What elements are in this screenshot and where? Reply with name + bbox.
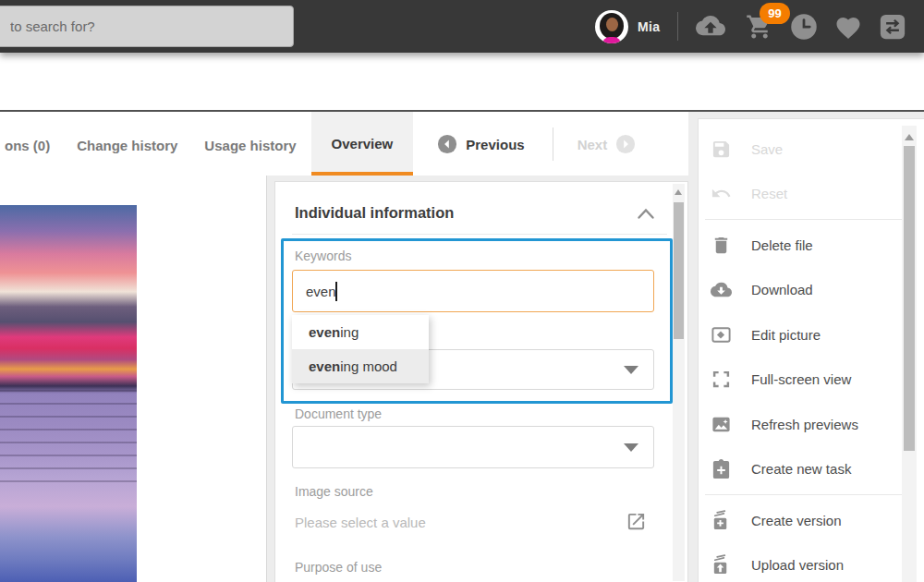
sidebar-scrollbar-thumb[interactable] bbox=[904, 146, 915, 451]
sidebar-action-create-new-task[interactable]: Create new task bbox=[699, 447, 909, 492]
avatar-shirt bbox=[602, 37, 621, 43]
search-input[interactable] bbox=[0, 6, 294, 47]
sidebar-action-reset: Reset bbox=[699, 172, 909, 217]
tab-discussions[interactable]: ons (0) bbox=[5, 134, 50, 153]
tab-bar: ons (0) Change history Usage history Ove… bbox=[0, 112, 688, 176]
action-label: Full-screen view bbox=[751, 371, 851, 387]
open-external-icon[interactable] bbox=[626, 511, 647, 532]
heart-icon[interactable] bbox=[834, 14, 862, 40]
image-source-label: Image source bbox=[295, 484, 373, 499]
tab-change-history[interactable]: Change history bbox=[77, 134, 177, 153]
action-label: Refresh previews bbox=[751, 417, 858, 432]
sidebar-action-delete-file[interactable]: Delete file bbox=[699, 223, 909, 268]
sidebar-action-download[interactable]: Download bbox=[699, 268, 909, 313]
next-label: Next bbox=[578, 135, 608, 152]
subheader-strip bbox=[0, 53, 924, 110]
action-label: Create new task bbox=[751, 461, 851, 477]
suggestion-evening-mood[interactable]: evening mood bbox=[292, 349, 429, 383]
sidebar-action-fullscreen[interactable]: Full-screen view bbox=[699, 358, 909, 403]
fullscreen-icon bbox=[711, 369, 732, 390]
text-caret bbox=[335, 282, 337, 301]
image-source-placeholder: Please select a value bbox=[295, 515, 426, 530]
previous-label: Previous bbox=[466, 135, 524, 152]
header-divider bbox=[677, 12, 678, 41]
sidebar-action-edit-picture[interactable]: Edit picture bbox=[699, 312, 909, 358]
action-sidebar: Save Reset Delete file bbox=[698, 118, 924, 582]
chevron-down-icon bbox=[624, 443, 638, 452]
suggestion-rest: ing mood bbox=[340, 358, 397, 374]
next-button: Next bbox=[578, 134, 637, 154]
suggestion-rest: ing bbox=[340, 324, 359, 340]
panel-scrollbar-thumb[interactable] bbox=[674, 202, 684, 339]
cloud-download-icon bbox=[711, 279, 732, 300]
autocomplete-dropdown: evening evening mood bbox=[292, 315, 429, 383]
tab-overview[interactable]: Overview bbox=[311, 112, 414, 176]
sidebar-divider bbox=[705, 494, 909, 495]
keywords-input[interactable] bbox=[292, 270, 654, 312]
sidebar-action-upload-version[interactable]: Upload version bbox=[699, 543, 909, 582]
previous-arrow-icon bbox=[437, 134, 457, 154]
chevron-down-icon bbox=[624, 366, 638, 374]
title-divider bbox=[292, 234, 667, 235]
cart-badge: 99 bbox=[760, 3, 790, 24]
action-label: Reset bbox=[751, 186, 787, 201]
sidebar-divider bbox=[705, 219, 909, 220]
suggestion-match: even bbox=[309, 358, 340, 374]
asset-preview-image[interactable] bbox=[0, 205, 137, 582]
purpose-of-use-label: Purpose of use bbox=[295, 560, 382, 575]
keywords-label: Keywords bbox=[295, 249, 351, 263]
top-header-bar: Mia 99 bbox=[0, 0, 924, 53]
trash-icon bbox=[711, 235, 732, 256]
sidebar-action-refresh-previews[interactable]: Refresh previews bbox=[699, 402, 909, 447]
action-label: Edit picture bbox=[751, 327, 821, 343]
sidebar-action-save: Save bbox=[699, 127, 909, 172]
suggestion-evening[interactable]: evening bbox=[292, 315, 429, 349]
action-label: Create version bbox=[751, 513, 842, 528]
sidebar-scrollbar[interactable] bbox=[902, 126, 917, 582]
refresh-previews-icon bbox=[711, 414, 732, 435]
action-label: Save bbox=[751, 141, 783, 157]
action-label: Delete file bbox=[751, 237, 813, 253]
tab-usage-history[interactable]: Usage history bbox=[204, 134, 296, 153]
reset-icon bbox=[711, 183, 732, 204]
nav-divider bbox=[553, 127, 553, 161]
next-arrow-icon bbox=[615, 134, 636, 154]
action-label: Upload version bbox=[751, 557, 844, 573]
create-version-icon bbox=[711, 510, 732, 531]
content-area: Individual information Keywords evening … bbox=[0, 176, 924, 582]
save-icon bbox=[711, 139, 732, 160]
preview-pane bbox=[0, 176, 267, 582]
avatar[interactable] bbox=[595, 10, 628, 43]
user-name: Mia bbox=[638, 19, 660, 34]
panel-title: Individual information bbox=[295, 204, 454, 222]
scroll-up-icon[interactable] bbox=[675, 189, 682, 195]
clock-icon[interactable] bbox=[790, 13, 818, 41]
panel-scrollbar[interactable] bbox=[673, 184, 685, 581]
document-type-label: Document type bbox=[295, 406, 382, 421]
upload-version-icon bbox=[711, 554, 732, 576]
previous-button[interactable]: Previous bbox=[437, 134, 524, 154]
chevron-up-icon[interactable] bbox=[637, 206, 655, 221]
metadata-panel: Individual information Keywords evening … bbox=[274, 181, 688, 582]
cloud-upload-icon[interactable] bbox=[696, 16, 725, 38]
suggestion-match: even bbox=[309, 324, 340, 340]
transfer-icon[interactable] bbox=[879, 13, 906, 41]
document-type-select[interactable] bbox=[292, 426, 654, 468]
action-list: Save Reset Delete file bbox=[699, 127, 909, 582]
scroll-up-icon[interactable] bbox=[905, 134, 914, 140]
avatar-face bbox=[606, 18, 618, 31]
sidebar-action-create-version[interactable]: Create version bbox=[699, 498, 909, 543]
action-label: Download bbox=[751, 282, 813, 297]
edit-picture-icon bbox=[711, 324, 732, 346]
new-task-icon bbox=[711, 458, 732, 479]
right-column: Save Reset Delete file bbox=[688, 112, 924, 582]
